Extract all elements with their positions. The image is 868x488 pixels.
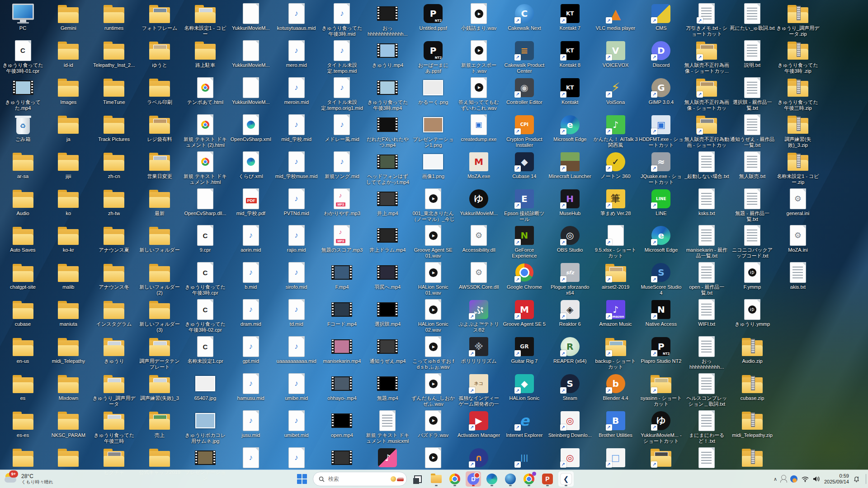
desktop-icon[interactable]: Auto Saves [0, 222, 46, 259]
desktop-icon[interactable]: 羽尻へ.mp4 [365, 259, 410, 296]
desktop-icon[interactable]: 通知うぜえ - 親作品一覧.txt [730, 111, 775, 148]
desktop-icon[interactable]: CPI↗Crypton Product Installer [501, 111, 547, 148]
desktop-icon[interactable]: Cきゅうり食ってた午後3時-02.cpr [182, 296, 228, 333]
desktop-icon[interactable]: C9.cpr [182, 222, 228, 259]
desktop-icon[interactable]: ♪umibet.mid [274, 407, 319, 444]
desktop-icon[interactable]: runtimes [91, 0, 137, 37]
desktop-icon[interactable]: e↗Internet Explorer [501, 407, 547, 444]
desktop-icon[interactable]: MMoZA.exe [456, 148, 502, 185]
desktop-icon[interactable]: GR↗Guitar Rig 7 [501, 333, 547, 370]
desktop-icon[interactable]: くらび.xml [228, 148, 274, 185]
desktop-icon[interactable]: YukkuriMovieM... [228, 74, 274, 111]
desktop-icon[interactable]: ko-kr [46, 222, 91, 259]
desktop-icon[interactable]: ※↗ポリリリリズム [456, 333, 502, 370]
desktop-icon[interactable]: だれだFXいれたやつ.mp4 [365, 111, 410, 148]
desktop-icon[interactable]: ♪mero.mid [274, 37, 319, 74]
desktop-icon[interactable]: 無題.mp4 [365, 370, 410, 407]
desktop-icon[interactable]: OpenCvSharp.dll... [182, 185, 228, 222]
desktop-icon[interactable]: 説明.txt [730, 37, 775, 74]
desktop-icon[interactable]: B↗Brother Utilities [593, 407, 638, 444]
desktop-icon[interactable]: ↗無人販売不正行為画像 - ショートカッ... [684, 37, 730, 74]
desktop-icon[interactable]: ohhayo-.mp4 [319, 370, 365, 407]
desktop-icon[interactable]: PNT2Untitled.ppsf [410, 0, 456, 37]
taskbar-icon-discord[interactable]: D [466, 471, 481, 487]
desktop-icon[interactable]: 営業日変更 [137, 148, 183, 185]
desktop-icon[interactable]: 死にたい_ゅ歌詞.txt [730, 0, 775, 37]
desktop-icon[interactable]: 最新 [137, 185, 183, 222]
desktop-icon[interactable]: 無人販売.txt [730, 148, 775, 185]
desktop-icon[interactable]: 新しいフォルダー (3) [137, 296, 183, 333]
desktop-icon[interactable]: ◉↗Controller Editor [501, 74, 547, 111]
desktop-icon[interactable]: cubase [0, 296, 46, 333]
desktop-icon[interactable]: ゆF.ymmp [730, 259, 775, 296]
desktop-icon[interactable]: midi_Telepathy [46, 333, 91, 370]
desktop-icon[interactable]: ♪jusu.mid [228, 407, 274, 444]
desktop-icon[interactable]: maniuta [46, 296, 91, 333]
desktop-icon[interactable]: インスタグラム [91, 296, 137, 333]
desktop-icon[interactable]: es-es [0, 407, 46, 444]
search-box[interactable] [313, 472, 407, 486]
volume-icon[interactable] [813, 472, 820, 486]
desktop-icon[interactable]: zh-cn [91, 148, 137, 185]
desktop-icon[interactable]: ♪タイトル未設定.tempo.orig1.mid [319, 74, 365, 111]
desktop-icon[interactable]: E↗Epson 接続診断ツール [501, 185, 547, 222]
desktop-icon[interactable]: ♪新規ソング.mid [319, 148, 365, 185]
taskbar-icon-chrome[interactable] [447, 471, 462, 487]
desktop-icon[interactable]: en-us [0, 333, 46, 370]
desktop-icon[interactable]: 名称未設定1 - コピー.zip [775, 148, 821, 185]
desktop-icon[interactable]: M↗Groove Agent SE 5 [501, 296, 547, 333]
start-button[interactable] [294, 471, 310, 487]
desktop-icon[interactable]: open - 親作品一覧.txt [684, 259, 730, 296]
desktop-icon[interactable]: ♪mid_学校.mid [274, 111, 319, 148]
desktop-icon[interactable]: きゅうり食ってた午後3時.mp4 [365, 74, 410, 111]
taskbar-icon-file-explorer[interactable] [429, 471, 444, 487]
desktop-icon[interactable]: midi_Telepathy.zip [730, 407, 775, 444]
taskbar-icon-blue-sphere-app[interactable] [503, 471, 518, 487]
desktop-icon[interactable]: ♪gpt.mid [228, 333, 274, 370]
desktop-icon[interactable]: ⚙Accessibility.dll [456, 222, 502, 259]
desktop-icon[interactable]: 筆↗筆まめ Ver.28 [593, 185, 638, 222]
desktop-icon[interactable]: ↗9.5.xlsx - ショートカット [593, 222, 638, 259]
desktop-icon[interactable]: ja [46, 111, 91, 148]
desktop-icon[interactable]: ▶答え知っててもむずいわこれ.wav [456, 74, 502, 111]
desktop-icon[interactable]: きゅうり.mp4 [365, 37, 410, 74]
taskbar-icon-chrome-profile[interactable] [521, 471, 537, 487]
desktop-icon[interactable]: おっ hhhhhhhhhhh... [684, 333, 730, 370]
desktop-icon[interactable]: ぷ↗ぷよぷよ™テトリス®2 [456, 296, 502, 333]
desktop-icon[interactable]: F.mp4 [319, 259, 365, 296]
desktop-icon[interactable]: ↗万引きメモ.txt - ショートカット [684, 0, 730, 37]
desktop-icon[interactable]: おっ hhhhhhhhhhhhh... [365, 0, 410, 37]
desktop-icon[interactable]: b↗Blender 4.4 [593, 370, 638, 407]
desktop-icon[interactable]: _起動しない場合.txt [684, 148, 730, 185]
desktop-icon[interactable]: C名称未設定1.cpr [182, 333, 228, 370]
desktop-icon[interactable]: ゆ↗YukkuriMovieM... - ショートカット [638, 407, 684, 444]
taskbar-weather-widget[interactable]: 9+ 28°C くもり時々晴れ [5, 470, 53, 488]
desktop-icon[interactable]: 売上 [137, 407, 183, 444]
desktop-icon[interactable]: ▣createdump.exe [456, 111, 502, 148]
desktop-icon[interactable]: ▶こってゅh d すお f d s b ふぉ.wav [410, 333, 456, 370]
desktop-icon[interactable]: ↗syasinn - ショートカット [638, 370, 684, 407]
desktop-icon[interactable]: S↗MuseScore Studio 4 [638, 259, 684, 296]
desktop-icon[interactable]: ▶HALion Sonic 01.wav [410, 259, 456, 296]
desktop-icon[interactable]: id-id [46, 37, 91, 74]
desktop-icon[interactable]: WIFI.txt [684, 296, 730, 333]
desktop-icon[interactable]: ♪きゅうり食ってた午後3時.mid [319, 0, 365, 37]
desktop-icon[interactable]: アナウンス夏 [91, 222, 137, 259]
desktop-icon[interactable]: chatgpt-site [0, 259, 46, 296]
desktop-icon[interactable]: D↗Discord [638, 37, 684, 74]
desktop-icon[interactable]: e↗Microsoft Edge [547, 111, 593, 148]
desktop-icon[interactable]: ▶新規エクスポート.wav [456, 37, 502, 74]
desktop-icon[interactable]: ♪hamusu.mid [228, 370, 274, 407]
taskbar-icon-task-view[interactable] [410, 471, 425, 487]
desktop-icon[interactable]: アナウンス冬 [91, 259, 137, 296]
desktop-icon[interactable]: sfz↗Plogue sforzando x64 [547, 259, 593, 296]
desktop-icon[interactable]: ↗Minecraft Launcher [547, 148, 593, 185]
desktop-icon[interactable]: Cきゅうり食ってた午後3時-01.cpr [0, 37, 46, 74]
desktop-icon[interactable]: テンポあて.html [182, 74, 228, 111]
desktop-icon[interactable]: ♪meroin.mid [274, 74, 319, 111]
desktop-icon[interactable]: manisekarin.mp4 [319, 333, 365, 370]
desktop-icon[interactable]: ニコニコバックアップコード.txt [730, 222, 775, 259]
desktop-icon[interactable]: KT↗Kontakt 8 [547, 37, 593, 74]
desktop-icon[interactable]: malib [46, 259, 91, 296]
desktop-icon[interactable]: 井上.mp4 [365, 185, 410, 222]
